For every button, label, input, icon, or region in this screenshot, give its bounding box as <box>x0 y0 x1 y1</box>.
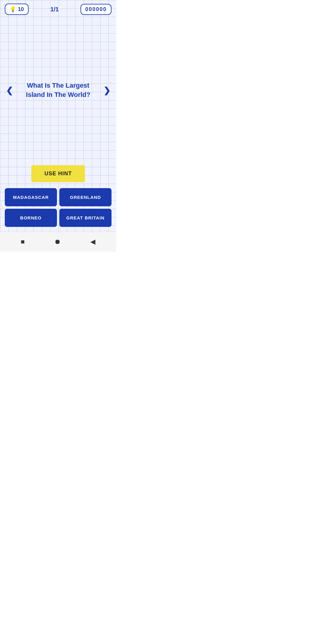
back-button[interactable]: ◀ <box>86 236 100 247</box>
answers-grid: MADAGASCAR GREENLAND BORNEO GREAT BRITAI… <box>0 188 116 232</box>
question-counter: 1/1 <box>50 6 59 13</box>
hint-count-value: 10 <box>18 6 24 13</box>
stop-button[interactable]: ■ <box>16 236 30 247</box>
next-arrow[interactable]: ❯ <box>100 83 113 98</box>
answer-btn-3[interactable]: GREAT BRITAIN <box>59 209 112 227</box>
hint-counter: 💡 10 <box>5 4 29 15</box>
app-container: 💡 10 1/1 000000 ❮ What Is The Largest Is… <box>0 0 116 252</box>
answer-btn-2[interactable]: BORNEO <box>5 209 57 227</box>
bulb-icon: 💡 <box>10 6 16 13</box>
header: 💡 10 1/1 000000 <box>0 0 116 18</box>
score-display: 000000 <box>80 4 112 15</box>
hint-section: USE HINT <box>0 162 116 188</box>
home-button[interactable]: ⏺ <box>49 236 66 247</box>
use-hint-button[interactable]: USE HINT <box>31 165 85 182</box>
nav-bar: ■ ⏺ ◀ <box>0 232 116 252</box>
question-text: What Is The Largest Island In The World? <box>16 81 100 100</box>
answer-btn-1[interactable]: GREENLAND <box>59 188 112 206</box>
answer-btn-0[interactable]: MADAGASCAR <box>5 188 57 206</box>
prev-arrow[interactable]: ❮ <box>3 83 16 98</box>
question-area: ❮ What Is The Largest Island In The Worl… <box>0 18 116 162</box>
